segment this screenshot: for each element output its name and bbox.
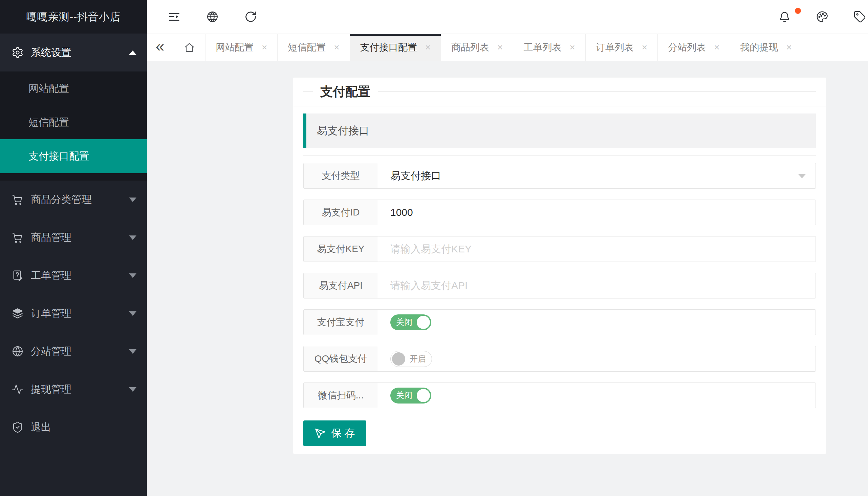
tab-my-withdraw[interactable]: 我的提现 × <box>730 34 802 61</box>
tab-ticket-list[interactable]: 工单列表 × <box>513 34 585 61</box>
field-label: 易支付KEY <box>304 236 378 262</box>
sidebar-item-site-config[interactable]: 网站配置 <box>0 72 147 105</box>
toggle-knob <box>417 316 430 329</box>
layers-icon <box>11 307 24 320</box>
field-label: 微信扫码... <box>304 383 378 408</box>
card-header: 支付配置 <box>293 78 826 106</box>
chevron-down-icon <box>798 174 806 178</box>
app-title: 嘎嘎亲测--抖音小店 <box>0 0 147 33</box>
sidebar-item-category-mgmt[interactable]: 商品分类管理 <box>0 181 147 218</box>
field-label: 易支付ID <box>304 200 378 225</box>
close-icon[interactable]: × <box>262 43 267 52</box>
sidebar-item-product-mgmt[interactable]: 商品管理 <box>0 218 147 257</box>
sidebar-item-sms-config[interactable]: 短信配置 <box>0 105 147 139</box>
close-icon[interactable]: × <box>642 43 647 52</box>
epay-key-input[interactable] <box>390 243 795 255</box>
form-row-pay-type: 支付类型 易支付接口 <box>303 163 816 189</box>
form-row-wechat-scan: 微信扫码... 关闭 <box>303 383 816 408</box>
tabs-scroll-left-icon[interactable]: « <box>147 34 173 61</box>
select-value: 易支付接口 <box>390 169 441 183</box>
sidebar-item-label: 网站配置 <box>29 82 69 95</box>
sidebar-item-order-mgmt[interactable]: 订单管理 <box>0 294 147 332</box>
tab-sms-config[interactable]: 短信配置 × <box>278 34 350 61</box>
gear-icon <box>11 46 24 59</box>
chevron-down-icon <box>129 235 136 240</box>
sidebar-item-label: 系统设置 <box>31 46 71 60</box>
home-tab[interactable] <box>173 34 206 61</box>
activity-pulse-icon <box>11 383 24 396</box>
tab-substation-list[interactable]: 分站列表 × <box>658 34 730 61</box>
form-row-alipay: 支付宝支付 关闭 <box>303 309 816 335</box>
tab-label: 工单列表 <box>524 41 561 54</box>
sidebar-item-ticket-mgmt[interactable]: 工单管理 <box>0 257 147 294</box>
globe-icon <box>11 345 24 358</box>
close-icon[interactable]: × <box>334 43 339 52</box>
field-wrap <box>378 273 816 298</box>
sidebar-item-substation-mgmt[interactable]: 分站管理 <box>0 332 147 370</box>
tab-product-list[interactable]: 商品列表 × <box>441 34 513 61</box>
collapse-sidebar-icon[interactable] <box>168 11 180 23</box>
sidebar-item-withdraw-mgmt[interactable]: 提现管理 <box>0 370 147 408</box>
form-row-epay-api: 易支付API <box>303 273 816 298</box>
toggle-knob <box>392 352 405 366</box>
field-label: QQ钱包支付 <box>304 346 378 371</box>
tab-site-config[interactable]: 网站配置 × <box>206 34 278 61</box>
divider-dash <box>303 92 313 92</box>
qq-wallet-toggle[interactable]: 开启 <box>390 351 432 367</box>
chevron-down-icon <box>129 311 136 316</box>
bell-icon[interactable] <box>778 11 791 23</box>
close-icon[interactable]: × <box>425 43 431 52</box>
close-icon[interactable]: × <box>786 43 792 52</box>
toggle-label: 开启 <box>409 355 426 363</box>
pay-type-select[interactable]: 易支付接口 <box>378 163 816 188</box>
sidebar-item-system-settings[interactable]: 系统设置 <box>0 33 147 72</box>
epay-api-input[interactable] <box>390 280 795 291</box>
globe-icon[interactable] <box>206 11 219 23</box>
cart-icon <box>11 231 24 244</box>
close-icon[interactable]: × <box>569 43 575 52</box>
epay-id-input[interactable] <box>390 207 795 218</box>
sidebar-item-label: 订单管理 <box>31 307 71 321</box>
system-settings-submenu: 网站配置 短信配置 支付接口配置 <box>0 72 147 181</box>
tab-pay-config[interactable]: 支付接口配置 × <box>350 34 441 61</box>
sidebar-menu: 系统设置 网站配置 短信配置 支付接口配置 <box>0 33 147 446</box>
field-wrap <box>378 236 816 262</box>
refresh-icon[interactable] <box>244 11 257 23</box>
chevron-down-icon <box>129 274 136 278</box>
work-order-icon <box>11 269 24 282</box>
sidebar-item-pay-config[interactable]: 支付接口配置 <box>0 139 147 173</box>
sidebar-item-logout[interactable]: 退出 <box>0 408 147 446</box>
wechat-scan-toggle[interactable]: 关闭 <box>390 388 431 403</box>
divider <box>303 155 816 155</box>
page-title: 支付配置 <box>320 83 370 100</box>
field-wrap: 关闭 <box>378 310 816 335</box>
close-icon[interactable]: × <box>497 43 503 52</box>
home-icon <box>183 42 195 53</box>
save-button[interactable]: 保 存 <box>303 420 366 446</box>
section-header: 易支付接口 <box>303 113 816 148</box>
tab-label: 短信配置 <box>288 41 326 54</box>
sidebar-item-label: 支付接口配置 <box>29 150 90 163</box>
pay-config-card: 支付配置 易支付接口 支付类型 易支付接口 易支付ID <box>293 78 826 454</box>
tab-label: 订单列表 <box>596 41 634 54</box>
sidebar-item-label: 短信配置 <box>29 115 69 129</box>
alipay-toggle[interactable]: 关闭 <box>390 314 431 330</box>
tab-label: 我的提现 <box>740 41 778 54</box>
main-content: 支付配置 易支付接口 支付类型 易支付接口 易支付ID <box>147 61 868 496</box>
chevron-down-icon <box>129 198 136 202</box>
sidebar-item-label: 工单管理 <box>31 269 71 282</box>
close-icon[interactable]: × <box>714 43 719 52</box>
sidebar-item-label: 退出 <box>31 420 51 434</box>
form-row-epay-key: 易支付KEY <box>303 236 816 262</box>
chevron-down-icon <box>129 349 136 354</box>
pay-config-form: 支付类型 易支付接口 易支付ID 易支付KEY <box>303 163 816 408</box>
sidebar: 嘎嘎亲测--抖音小店 系统设置 网站配置 短信配置 <box>0 0 147 496</box>
field-label: 支付宝支付 <box>304 310 378 335</box>
toggle-label: 关闭 <box>396 391 412 400</box>
tag-icon[interactable] <box>853 11 866 23</box>
tab-label: 支付接口配置 <box>360 41 417 54</box>
sidebar-item-label: 提现管理 <box>31 383 71 397</box>
palette-icon[interactable] <box>816 11 829 23</box>
topbar <box>147 0 868 33</box>
tab-order-list[interactable]: 订单列表 × <box>586 34 658 61</box>
